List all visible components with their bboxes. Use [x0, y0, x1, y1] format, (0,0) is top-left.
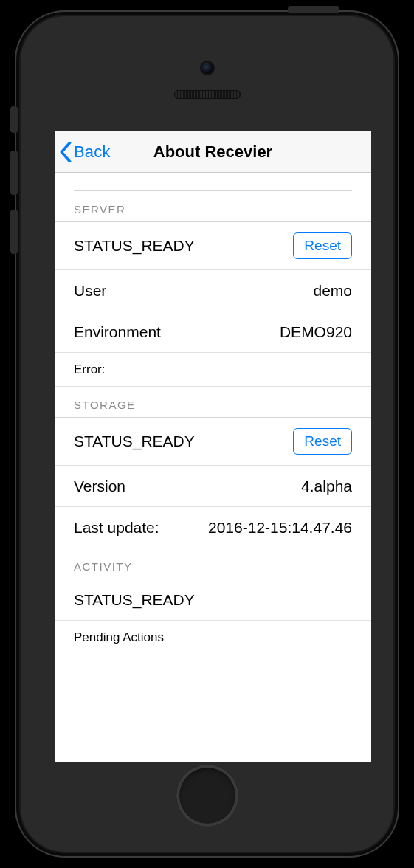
front-camera	[201, 62, 213, 74]
activity-pending-label: Pending Actions	[74, 630, 164, 645]
volume-down-button	[10, 210, 18, 254]
storage-version-value: 4.alpha	[301, 478, 352, 495]
activity-pending-row: Pending Actions	[55, 621, 371, 655]
server-reset-button[interactable]: Reset	[293, 232, 352, 259]
phone-frame: Back About Recevier SERVER STATUS_READY …	[15, 10, 399, 858]
navigation-bar: Back About Recevier	[55, 131, 371, 173]
server-user-label: User	[74, 282, 106, 300]
section-header-storage: STORAGE	[55, 387, 371, 418]
server-error-label: Error:	[74, 362, 106, 377]
storage-last-update-value: 2016-12-15:14.47.46	[208, 519, 352, 537]
section-header-activity: ACTIVITY	[55, 548, 371, 579]
storage-status-value: STATUS_READY	[74, 433, 195, 450]
storage-last-update-row: Last update: 2016-12-15:14.47.46	[55, 507, 371, 548]
back-button[interactable]: Back	[55, 142, 111, 162]
storage-version-label: Version	[74, 478, 125, 495]
server-user-value: demo	[313, 282, 352, 300]
chevron-left-icon	[59, 142, 72, 162]
home-button[interactable]	[176, 765, 238, 827]
server-status-value: STATUS_READY	[74, 237, 195, 255]
server-user-row: User demo	[55, 270, 371, 311]
section-header-server: SERVER	[55, 191, 371, 222]
activity-status-value: STATUS_READY	[74, 591, 195, 609]
storage-status-row: STATUS_READY Reset	[55, 418, 371, 466]
content-scroll[interactable]: SERVER STATUS_READY Reset User demo Envi…	[55, 173, 371, 762]
earpiece-speaker	[174, 90, 241, 99]
server-env-value: DEMO920	[280, 323, 352, 341]
back-label: Back	[74, 142, 111, 162]
phone-bezel: Back About Recevier SERVER STATUS_READY …	[21, 16, 393, 852]
server-error-row: Error:	[55, 353, 371, 387]
server-status-row: STATUS_READY Reset	[55, 222, 371, 270]
activity-status-row: STATUS_READY	[55, 579, 371, 621]
storage-version-row: Version 4.alpha	[55, 466, 371, 507]
storage-last-update-label: Last update:	[74, 519, 159, 537]
volume-up-button	[10, 151, 18, 195]
mute-switch	[10, 106, 18, 133]
server-env-row: Environment DEMO920	[55, 311, 371, 353]
screen: Back About Recevier SERVER STATUS_READY …	[55, 131, 371, 762]
power-button	[288, 6, 339, 13]
storage-reset-button[interactable]: Reset	[293, 428, 352, 455]
server-env-label: Environment	[74, 323, 161, 341]
